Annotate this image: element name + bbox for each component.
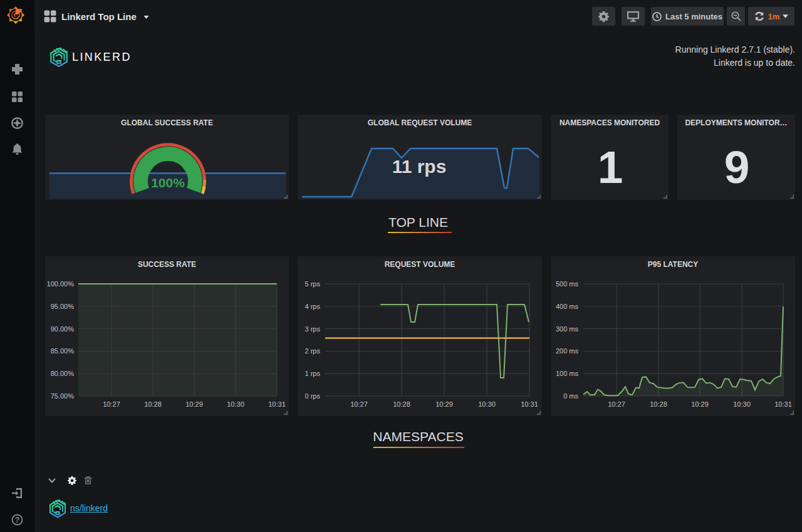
svg-text:11 rps: 11 rps bbox=[392, 156, 447, 177]
svg-text:?: ? bbox=[15, 516, 19, 524]
svg-text:100%: 100% bbox=[151, 175, 185, 190]
